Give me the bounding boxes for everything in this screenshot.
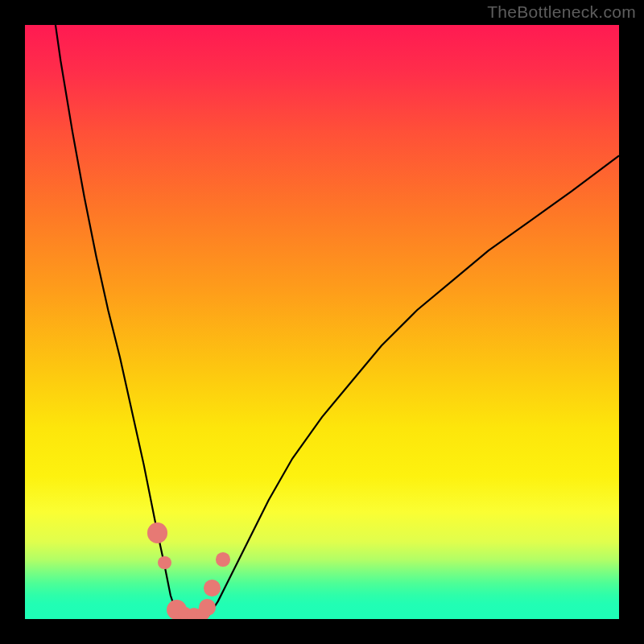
data-marker <box>147 522 167 543</box>
watermark-text: TheBottleneck.com <box>487 2 636 22</box>
plot-area <box>25 25 619 619</box>
chart-frame: TheBottleneck.com <box>0 0 644 644</box>
data-marker <box>158 556 171 569</box>
data-marker <box>216 552 230 567</box>
curve-layer <box>25 25 619 619</box>
data-marker <box>204 580 221 597</box>
data-marker <box>199 599 216 616</box>
curve-right <box>205 155 619 619</box>
